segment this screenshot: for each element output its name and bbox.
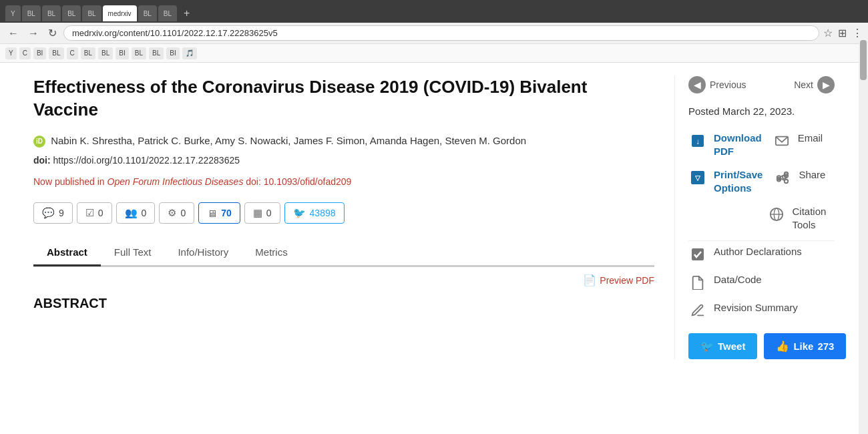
bookmark-item[interactable]: BI	[116, 47, 128, 59]
stat-tools[interactable]: ⚙ 0	[159, 202, 194, 224]
stat-collections-value: 0	[142, 208, 147, 218]
reload-button[interactable]: ↻	[45, 25, 59, 41]
forward-button[interactable]: →	[25, 26, 41, 41]
prev-label: Previous	[710, 79, 746, 90]
browser-tab[interactable]: BL	[158, 5, 177, 21]
article-title: Effectiveness of the Coronavirus Disease…	[33, 76, 654, 122]
stat-reviews[interactable]: ☑ 0	[77, 202, 112, 224]
people-icon: 👥	[125, 207, 138, 219]
data-code-action[interactable]: Data/Code	[688, 273, 835, 292]
bookmark-item[interactable]: BI	[33, 47, 46, 59]
bookmark-item[interactable]: 🎵	[182, 47, 197, 59]
browser-tab[interactable]: Y	[5, 5, 21, 21]
thumbs-up-icon: 👍	[776, 340, 789, 353]
next-label: Next	[794, 79, 813, 90]
tweet-button[interactable]: 🐦 Tweet	[688, 333, 757, 359]
doi-line: doi: https://doi.org/10.1101/2022.12.17.…	[33, 155, 654, 166]
new-tab-button[interactable]: +	[178, 5, 195, 21]
prev-link[interactable]: ◀ Previous	[688, 76, 746, 93]
bookmark-item[interactable]: Y	[5, 47, 17, 59]
bookmark-item[interactable]: BI	[166, 47, 179, 59]
published-journal[interactable]: Open Forum Infectious Diseases	[107, 176, 244, 187]
revision-label: Revision Summary	[714, 301, 798, 314]
social-buttons: 🐦 Tweet 👍 Like 273	[688, 333, 835, 359]
browser-tabs: Y BL BL BL BL medrxiv BL BL +	[5, 4, 863, 23]
twitter-icon: 🐦	[293, 207, 306, 219]
preview-pdf-row: 📄 Preview PDF	[33, 274, 654, 286]
stat-collections[interactable]: 👥 0	[116, 202, 156, 224]
edit-icon	[688, 301, 707, 320]
comment-icon: 💬	[42, 207, 55, 219]
check-icon: ☑	[85, 207, 94, 219]
scrollbar[interactable]	[859, 40, 868, 373]
browser-tab[interactable]: BL	[62, 5, 81, 21]
stat-tweets[interactable]: 🐦 43898	[284, 202, 345, 224]
author-declarations-label: Author Declarations	[714, 245, 802, 258]
author-declarations-action[interactable]: Author Declarations	[688, 245, 835, 264]
stat-views[interactable]: 🖥 70	[198, 202, 240, 224]
bookmark-item[interactable]: BL	[132, 47, 146, 59]
prev-next-nav: ◀ Previous Next ▶	[688, 76, 835, 93]
browser-tab[interactable]: BL	[22, 5, 41, 21]
browser-tab-active[interactable]: medrxiv	[103, 5, 137, 21]
share-action[interactable]: Share	[773, 168, 835, 187]
svg-point-8	[785, 180, 789, 184]
download-pdf-action[interactable]: ↓ Download PDF	[688, 132, 762, 158]
address-bar[interactable]: medrxiv.org/content/10.1101/2022.12.17.2…	[63, 25, 819, 41]
print-icon: ▽	[688, 168, 707, 187]
preview-pdf-link[interactable]: 📄 Preview PDF	[583, 274, 654, 286]
bookmark-item[interactable]: BL	[81, 47, 95, 59]
browser-tab[interactable]: BL	[42, 5, 61, 21]
bookmark-item[interactable]: C	[67, 47, 78, 59]
browser-tab[interactable]: BL	[138, 5, 157, 21]
stat-reviews-value: 0	[98, 208, 103, 218]
scroll-thumb[interactable]	[860, 40, 867, 80]
published-doi-label: doi:	[246, 176, 261, 187]
tab-infohistory[interactable]: Info/History	[164, 240, 242, 266]
browser-tab[interactable]: BL	[82, 5, 101, 21]
twitter-bird-icon: 🐦	[700, 340, 714, 353]
back-button[interactable]: ←	[5, 26, 21, 41]
bookmark-item[interactable]: BL	[98, 47, 113, 59]
browser-toolbar: ← → ↻ medrxiv.org/content/10.1101/2022.1…	[0, 23, 868, 44]
extension-icon[interactable]: ⊞	[838, 27, 847, 39]
doi-value[interactable]: https://doi.org/10.1101/2022.12.17.22283…	[53, 155, 240, 166]
email-action[interactable]: Email	[773, 132, 835, 150]
next-arrow-icon: ▶	[817, 76, 835, 93]
citation-tools-action[interactable]: Citation Tools	[767, 205, 835, 231]
menu-icon[interactable]: ⋮	[852, 27, 863, 39]
print-save-action[interactable]: ▽ Print/Save Options	[688, 168, 763, 194]
preview-pdf-label: Preview PDF	[600, 275, 654, 286]
stats-bar: 💬 9 ☑ 0 👥 0 ⚙ 0 🖥 70 ▦ 0	[33, 202, 654, 224]
bookmarks-bar: Y C BI BL C BL BL BI BL BL BI 🎵	[0, 44, 868, 63]
bookmark-icon[interactable]: ☆	[823, 27, 833, 39]
monitor-icon: 🖥	[207, 208, 217, 219]
stat-citations-value: 0	[266, 208, 272, 218]
published-notice: Now published in Open Forum Infectious D…	[33, 175, 654, 189]
prev-arrow-icon: ◀	[688, 76, 706, 93]
browser-chrome: Y BL BL BL BL medrxiv BL BL +	[0, 0, 868, 23]
tab-metrics[interactable]: Metrics	[242, 240, 300, 266]
url-text: medrxiv.org/content/10.1101/2022.12.17.2…	[72, 28, 278, 38]
bookmark-item[interactable]: C	[19, 47, 31, 59]
tab-abstract[interactable]: Abstract	[33, 240, 101, 266]
stat-citations[interactable]: ▦ 0	[244, 202, 280, 224]
authors-line: iD Nabin K. Shrestha, Patrick C. Burke, …	[33, 134, 654, 149]
bookmark-item[interactable]: BL	[49, 47, 63, 59]
orcid-icon: iD	[33, 136, 45, 148]
stat-comments[interactable]: 💬 9	[33, 202, 73, 224]
bookmark-item[interactable]: BL	[149, 47, 164, 59]
like-button[interactable]: 👍 Like 273	[764, 333, 846, 359]
next-link[interactable]: Next ▶	[794, 76, 835, 93]
email-icon	[773, 132, 791, 150]
tweet-label: Tweet	[718, 341, 745, 352]
download-icon: ↓	[688, 132, 707, 150]
tab-fulltext[interactable]: Full Text	[101, 240, 165, 266]
abstract-heading: ABSTRACT	[33, 296, 654, 311]
grid-icon: ▦	[253, 207, 262, 219]
sidebar-divider	[688, 240, 835, 241]
revision-action[interactable]: Revision Summary	[688, 301, 835, 320]
like-count: 273	[817, 341, 834, 352]
published-doi-value[interactable]: 10.1093/ofid/ofad209	[264, 176, 352, 187]
share-label: Share	[799, 168, 825, 182]
